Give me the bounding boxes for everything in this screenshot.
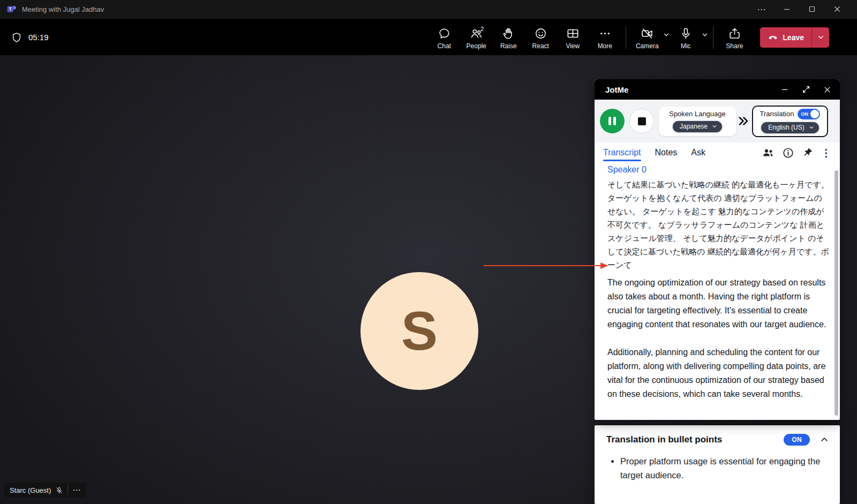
bullet-item: Proper platform usage is essential for e… [620,454,829,482]
kebab-menu-icon[interactable]: ⋮ [821,148,831,158]
raise-hand-icon [502,27,515,40]
pin-icon[interactable] [802,147,814,159]
toolbar-buttons: Chat 2 People Raise React [428,25,829,50]
speaker-label: Speaker 0 [607,165,829,175]
people-label: People [467,42,486,50]
raise-hand-button[interactable]: Raise [492,25,524,50]
jotme-panel: JotMe [595,79,840,504]
more-dots-icon [598,27,612,40]
more-label: More [598,42,612,50]
toggle-knob [810,110,819,118]
camera-button[interactable]: Camera [631,25,663,50]
view-layout-icon [566,27,580,40]
maximize-window-icon[interactable] [799,0,824,18]
transcript-area: Speaker 0 そして結果に基づいた戦略の継続 的な最適化も一ヶ月です。 タ… [595,163,840,420]
tab-notes[interactable]: Notes [655,144,678,162]
teams-logo-icon: T [6,4,17,14]
chat-label: Chat [438,42,451,50]
mic-group: Mic [670,25,708,50]
target-language-value: English (US) [768,124,804,131]
share-icon [728,27,741,40]
panel-gap [595,420,840,425]
info-icon[interactable] [782,147,794,159]
toolbar-divider [713,26,713,49]
pause-icon [613,117,616,125]
jotme-tabs: Transcript Notes Ask ⋮ [595,142,840,163]
participant-name-tag: Starc (Guest) ⋯ [4,483,86,498]
translation-toggle-state: ON [801,111,808,117]
speakers-icon[interactable] [762,146,775,159]
spoken-language-value: Japanese [680,123,708,130]
window-title: Meeting with Jugal Jadhav [22,5,104,13]
mic-icon [679,27,693,40]
close-window-icon[interactable] [824,0,850,18]
window-titlebar: T Meeting with Jugal Jadhav ⋯ [0,0,857,19]
participant-more-button[interactable]: ⋯ [67,485,81,495]
jotme-minimize-icon[interactable] [780,85,789,94]
bullet-toggle-pill[interactable]: ON [784,434,810,446]
react-button[interactable]: React [524,25,557,50]
bullet-list: Proper platform usage is essential for e… [612,454,829,482]
shield-icon [11,32,22,43]
pause-icon [608,117,611,125]
share-button[interactable]: Share [718,25,750,50]
camera-off-icon [641,27,654,40]
view-button[interactable]: View [557,25,589,50]
leave-chevron-down-icon[interactable] [812,27,829,48]
more-button[interactable]: More [589,25,621,50]
jotme-window-controls [780,85,831,94]
tab-ask[interactable]: Ask [691,144,705,162]
target-language-select[interactable]: English (US) [761,122,819,134]
mic-label: Mic [681,42,691,50]
chevron-down-icon [809,125,814,130]
pause-recording-button[interactable] [600,109,625,133]
spoken-language-label: Spoken Language [669,110,726,118]
translation-label: Translation [760,110,794,118]
translation-arrow [484,261,609,270]
meeting-toolbar: 05:19 Chat 2 People Raise [0,19,857,55]
svg-text:T: T [9,6,12,12]
camera-group: Camera [631,25,670,50]
chat-button[interactable]: Chat [428,25,460,50]
transcript-english-p1: The ongoing optimization of our strategy… [607,276,829,332]
stop-recording-button[interactable] [629,109,654,133]
jotme-main-card: JotMe [595,79,840,420]
jotme-close-icon[interactable] [823,86,831,94]
toolbar-divider [626,26,626,49]
chevron-down-icon [712,124,717,129]
transcript-scrollbar[interactable] [835,170,838,416]
people-count-badge: 2 [480,26,484,32]
leave-button[interactable]: Leave [760,27,829,48]
jotme-tab-icons: ⋮ [762,146,831,159]
meeting-timer-group: 05:19 [11,32,49,43]
mic-button[interactable]: Mic [670,25,702,50]
jotme-header: JotMe [595,79,840,100]
titlebar-more-button[interactable]: ⋯ [749,0,774,18]
collapse-chevron-up-icon[interactable] [820,435,829,445]
participant-avatar: S [360,272,478,390]
meeting-timer: 05:19 [28,33,49,42]
bullet-summary-card: Translation in bullet points ON Proper p… [595,425,840,504]
transcript-japanese: そして結果に基づいた戦略の継続 的な最適化も一ヶ月です。 ターゲットを抱くなんて… [607,178,829,272]
react-smiley-icon [534,27,547,40]
translation-toggle[interactable]: ON [798,109,820,119]
bullet-card-header: Translation in bullet points ON [606,434,829,446]
share-label: Share [726,42,743,50]
mic-off-icon [55,486,63,494]
leave-main[interactable]: Leave [760,32,811,43]
raise-hand-label: Raise [500,42,517,50]
people-button[interactable]: 2 People [460,25,492,50]
tab-transcript[interactable]: Transcript [603,144,641,162]
chat-icon [438,27,451,40]
mic-chevron-down-icon[interactable] [702,32,708,38]
hangup-phone-icon [768,32,778,43]
screen: T Meeting with Jugal Jadhav ⋯ 05:19 [0,0,857,504]
jotme-expand-icon[interactable] [802,85,810,94]
spoken-language-select[interactable]: Japanese [672,121,723,133]
camera-label: Camera [636,42,659,50]
window-controls: ⋯ [749,0,857,18]
participant-name-label: Starc (Guest) [10,486,51,494]
view-label: View [566,42,580,50]
minimize-window-icon[interactable] [774,0,799,18]
camera-chevron-down-icon[interactable] [663,32,670,38]
